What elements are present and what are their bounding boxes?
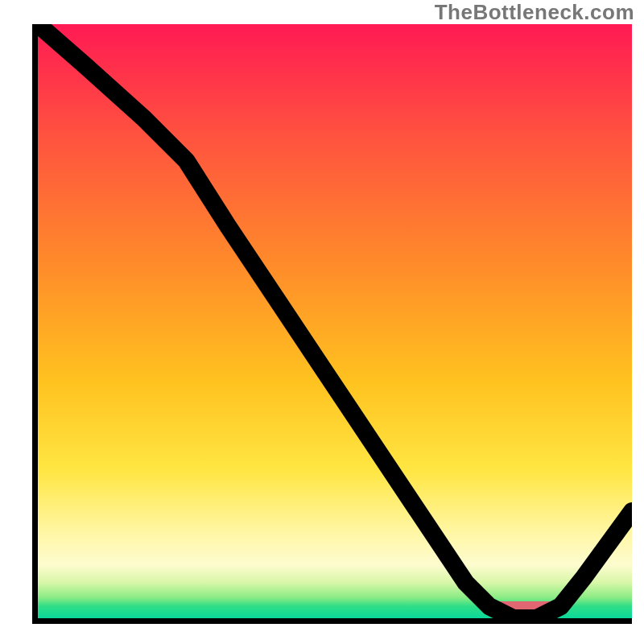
watermark-text: TheBottleneck.com — [435, 0, 634, 25]
bottleneck-curve — [38, 24, 632, 618]
plot-area — [32, 24, 632, 624]
chart-canvas: TheBottleneck.com — [0, 0, 644, 644]
curve-overlay — [38, 24, 632, 618]
